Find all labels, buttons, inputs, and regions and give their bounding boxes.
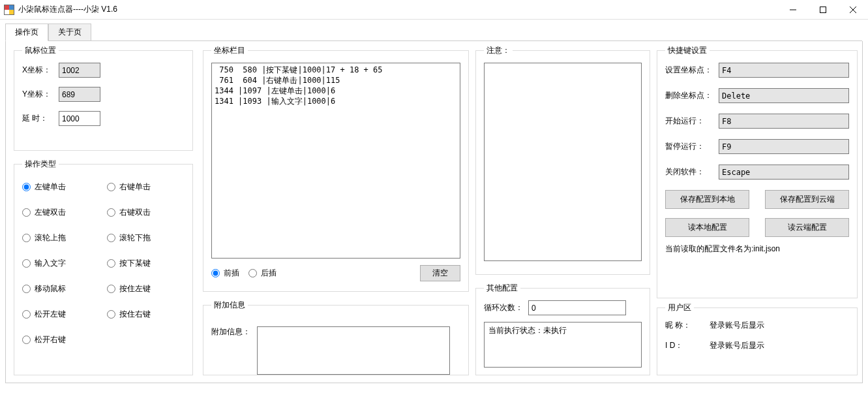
optype-radio-label: 按住右键 — [119, 309, 151, 320]
svg-rect-1 — [820, 7, 826, 12]
clear-button[interactable]: 清空 — [420, 265, 460, 281]
delay-label: 延 时： — [22, 113, 59, 124]
group-hotkeys: 快捷键设置 设置坐标点： 删除坐标点： 开始运行： 暂停运行： 关闭软件： 保存… — [657, 45, 858, 298]
hotkey-close-label: 关闭软件： — [665, 166, 719, 178]
y-input — [59, 87, 100, 102]
group-user-area-legend: 用户区 — [665, 302, 694, 313]
optype-radio-label: 按下某键 — [119, 258, 151, 269]
optype-radio-5[interactable]: 滚轮下拖 — [107, 232, 185, 244]
optype-radio-3[interactable]: 右键双击 — [107, 207, 185, 218]
tab-strip: 操作页 关于页 — [0, 20, 868, 41]
group-mouse-position: 鼠标位置 X坐标： Y坐标： 延 时： — [14, 45, 193, 151]
optype-radio-label: 右键单击 — [119, 181, 151, 193]
group-user-area: 用户区 昵 称： 登录账号后显示 I D： 登录账号后显示 — [657, 302, 858, 375]
extra-label: 附加信息： — [211, 326, 250, 338]
hotkey-start-input[interactable] — [719, 114, 849, 129]
read-cloud-button[interactable]: 读云端配置 — [765, 218, 849, 237]
optype-radio-9[interactable]: 按住左键 — [107, 283, 185, 294]
optype-radio-label: 按住左键 — [119, 283, 151, 294]
optype-radio-label: 右键双击 — [119, 207, 151, 218]
save-cloud-button[interactable]: 保存配置到云端 — [765, 190, 849, 209]
config-file-label: 当前读取的配置文件名为:init.json — [665, 244, 849, 255]
loop-count-input[interactable] — [528, 300, 626, 315]
tab-about[interactable]: 关于页 — [48, 24, 91, 41]
optype-radio-label: 左键单击 — [35, 181, 66, 193]
group-extra-info: 附加信息 附加信息： — [203, 300, 469, 375]
user-id-value: 登录账号后显示 — [710, 340, 764, 351]
group-other-config: 其他配置 循环次数： 当前执行状态：未执行 — [475, 283, 650, 375]
optype-radio-12[interactable]: 松开右键 — [22, 334, 100, 345]
loop-count-label: 循环次数： — [484, 302, 523, 313]
optype-radio-8[interactable]: 移动鼠标 — [22, 283, 100, 294]
app-icon — [4, 5, 14, 15]
optype-radio-11[interactable]: 按住右键 — [107, 309, 185, 320]
group-mouse-position-legend: 鼠标位置 — [22, 45, 59, 56]
user-id-label: I D： — [665, 340, 710, 351]
status-text: 当前执行状态：未执行 — [488, 326, 567, 335]
optype-radio-label: 滚轮上拖 — [35, 232, 66, 244]
group-operation-type-legend: 操作类型 — [22, 159, 59, 170]
group-hotkeys-legend: 快捷键设置 — [665, 45, 710, 56]
note-box[interactable] — [484, 63, 642, 261]
optype-radio-10[interactable]: 松开左键 — [22, 309, 100, 320]
optype-radio-label: 滚轮下拖 — [119, 232, 151, 244]
save-local-button[interactable]: 保存配置到本地 — [665, 190, 749, 209]
status-box: 当前执行状态：未执行 — [484, 322, 642, 368]
hotkey-start-label: 开始运行： — [665, 116, 719, 127]
optype-radio-label: 松开左键 — [35, 309, 66, 320]
minimize-button[interactable] — [778, 0, 808, 20]
hotkey-set-label: 设置坐标点： — [665, 65, 719, 76]
insert-front-label: 前插 — [224, 268, 239, 279]
insert-back-radio[interactable]: 后插 — [248, 268, 277, 279]
y-label: Y坐标： — [22, 89, 59, 100]
group-coordinate-list-legend: 坐标栏目 — [211, 45, 248, 56]
optype-radio-4[interactable]: 滚轮上拖 — [22, 232, 100, 244]
insert-back-label: 后插 — [261, 268, 277, 279]
hotkey-del-label: 删除坐标点： — [665, 90, 719, 101]
maximize-button[interactable] — [808, 0, 838, 20]
insert-front-radio[interactable]: 前插 — [211, 268, 239, 279]
optype-radio-7[interactable]: 按下某键 — [107, 258, 185, 269]
optype-radio-label: 移动鼠标 — [35, 283, 66, 294]
hotkey-del-input[interactable] — [719, 88, 849, 103]
group-operation-type: 操作类型 左键单击右键单击左键双击右键双击滚轮上拖滚轮下拖输入文字按下某键移动鼠… — [14, 159, 193, 375]
optype-radio-label: 左键双击 — [35, 207, 66, 218]
group-other-config-legend: 其他配置 — [484, 283, 520, 294]
optype-radio-1[interactable]: 右键单击 — [107, 181, 185, 193]
window-title: 小柒鼠标连点器----小柒 V1.6 — [18, 4, 778, 15]
extra-textarea[interactable] — [257, 326, 450, 375]
optype-radio-2[interactable]: 左键双击 — [22, 207, 100, 218]
delay-input[interactable] — [59, 111, 100, 126]
user-nick-value: 登录账号后显示 — [710, 320, 764, 331]
hotkey-pause-label: 暂停运行： — [665, 141, 719, 152]
optype-radio-0[interactable]: 左键单击 — [22, 181, 100, 193]
group-note-legend: 注意： — [484, 45, 513, 56]
optype-radio-label: 输入文字 — [35, 258, 66, 269]
x-input — [59, 63, 100, 78]
read-local-button[interactable]: 读本地配置 — [665, 218, 749, 237]
group-coordinate-list: 坐标栏目 750 580 |按下某键|1000|17 + 18 + 65 761… — [203, 45, 469, 292]
optype-radio-6[interactable]: 输入文字 — [22, 258, 100, 269]
hotkey-set-input[interactable] — [719, 63, 849, 78]
hotkey-pause-input[interactable] — [719, 139, 849, 154]
group-note: 注意： — [475, 45, 650, 275]
titlebar: 小柒鼠标连点器----小柒 V1.6 — [0, 0, 868, 20]
x-label: X坐标： — [22, 65, 59, 76]
tab-panel-main: 鼠标位置 X坐标： Y坐标： 延 时： 操作类型 左键单击右键单击左键双击右键双… — [5, 41, 863, 383]
coordinate-listbox[interactable]: 750 580 |按下某键|1000|17 + 18 + 65 761 604 … — [211, 63, 460, 259]
close-button[interactable] — [838, 0, 868, 20]
tab-main[interactable]: 操作页 — [5, 24, 48, 41]
optype-radio-label: 松开右键 — [35, 334, 66, 345]
user-nick-label: 昵 称： — [665, 320, 710, 331]
group-extra-info-legend: 附加信息 — [211, 300, 248, 311]
hotkey-close-input[interactable] — [719, 165, 849, 180]
